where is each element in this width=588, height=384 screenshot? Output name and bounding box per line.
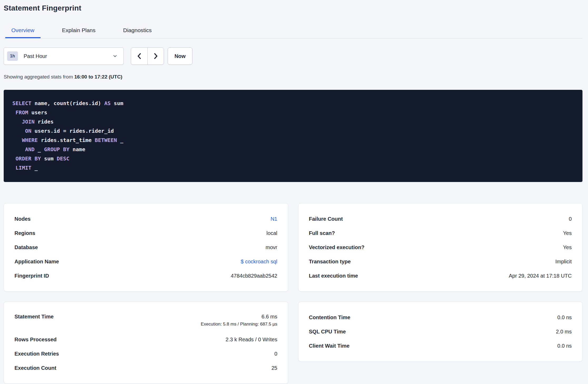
row-value-group: 6.6 ms Execution: 5.8 ms / Planning: 687… [201,314,277,327]
row-value: Yes [563,230,572,236]
tab[interactable]: Overview [5,26,41,38]
page-title: Statement Fingerprint [4,4,582,13]
card-row: Failure Count 0 [309,212,572,226]
sql-line: JOIN rides [12,117,574,126]
row-value: 0 [569,216,572,222]
card-row: Fingerprint ID 4784cb829aab2542 [14,269,277,283]
card-row: Nodes N1 [14,212,277,226]
card-row: Transaction type Implicit [309,254,572,269]
row-value: 4784cb829aab2542 [231,273,277,279]
row-label: Fingerprint ID [14,273,49,279]
card-row: SQL CPU Time 2.0 ms [309,324,572,339]
card-row: Last execution time Apr 29, 2024 at 17:1… [309,269,572,283]
row-label: Execution Retries [14,351,59,357]
time-controls: 1h Past Hour [4,47,582,65]
row-value[interactable]: $ cockroach sql [241,259,277,265]
previous-time-window-button[interactable] [131,48,147,65]
tab[interactable]: Diagnostics [117,26,158,38]
row-value: Yes [563,244,572,250]
row-label: Regions [14,230,35,236]
now-button[interactable]: Now [168,47,192,65]
tab[interactable]: Explain Plans [56,26,102,38]
row-label: SQL CPU Time [309,329,346,335]
sql-line: ON users.id = rides.rider_id [12,126,574,136]
summary-cards: Nodes N1 Regions local Database movr App… [4,203,582,384]
next-time-window-button[interactable] [147,48,164,65]
card-row: Vectorized execution? Yes [309,240,572,254]
sql-line: ORDER BY sum DESC [12,154,574,163]
card-row: Execution Count 25 [14,361,277,375]
statement-details-card: Nodes N1 Regions local Database movr App… [4,203,288,292]
row-label: Transaction type [309,259,351,265]
statement-time-card: Statement Time 6.6 ms Execution: 5.8 ms … [4,302,288,384]
card-row: Application Name $ cockroach sql [14,254,277,269]
row-value: 6.6 ms [261,314,277,320]
row-value: 2.0 ms [556,329,572,335]
row-label: Client Wait Time [309,343,350,349]
card-row: Client Wait Time 0.0 ns [309,339,572,353]
aggregated-stats-caption: Showing aggregated stats from 16:00 to 1… [4,73,582,80]
row-value: 0 [274,351,277,357]
row-subvalue: Execution: 5.8 ms / Planning: 687.5 µs [201,322,277,327]
row-value-group: 0 [274,351,277,357]
sql-line: FROM users [12,108,574,117]
row-label: Application Name [14,259,59,265]
row-value: 2.3 k Reads / 0 Writes [226,337,277,343]
card-row: Statement Time 6.6 ms Execution: 5.8 ms … [14,310,277,332]
time-range-label: Past Hour [24,53,47,59]
row-value: movr [266,244,277,250]
row-value: local [266,230,277,236]
row-value: 25 [271,365,277,371]
row-label: Full scan? [309,230,335,236]
row-label: Statement Time [14,314,54,320]
sql-line: AND _ GROUP BY name [12,145,574,154]
row-value: Implicit [555,259,572,265]
row-label: Contention Time [309,314,350,321]
sql-line: WHERE rides.start_time BETWEEN _ [12,136,574,145]
row-label: Rows Processed [14,337,57,343]
wait-time-card: Contention Time 0.0 ns SQL CPU Time 2.0 … [298,302,583,362]
sql-line: LIMIT _ [12,163,574,173]
row-value-group: 2.3 k Reads / 0 Writes [226,337,277,343]
row-label: Last execution time [309,273,358,279]
row-value: 0.0 ns [557,343,572,349]
row-label: Execution Count [14,365,56,371]
chevron-right-icon [153,53,159,60]
time-window-arrows [131,47,164,65]
chevron-left-icon [136,53,142,60]
time-range-dropdown[interactable]: 1h Past Hour [4,47,124,65]
row-label: Database [14,244,38,250]
sql-code: SELECT name, count(rides.id) AS sum FROM… [12,99,574,173]
row-label: Vectorized execution? [309,244,365,250]
tab-bar: Overview Explain Plans Diagnostics [4,26,582,38]
card-row: Regions local [14,226,277,240]
aggregated-stats-range: 16:00 to 17:22 (UTC) [74,74,122,80]
card-row: Rows Processed 2.3 k Reads / 0 Writes [14,332,277,347]
card-row: Contention Time 0.0 ns [309,310,572,324]
row-label: Failure Count [309,216,343,222]
row-value[interactable]: N1 [271,216,277,222]
card-row: Execution Retries 0 [14,347,277,361]
chevron-down-icon [112,53,118,59]
row-value: 0.0 ns [557,314,572,321]
statement-fingerprint-page: Statement Fingerprint Overview Explain P… [0,4,588,384]
row-value-group: 25 [271,365,277,371]
card-row: Full scan? Yes [309,226,572,240]
execution-attributes-card: Failure Count 0 Full scan? Yes Vectorize… [298,203,583,292]
sql-line: SELECT name, count(rides.id) AS sum [12,99,574,108]
sql-statement-box: SELECT name, count(rides.id) AS sum FROM… [4,90,582,182]
time-range-badge: 1h [7,51,18,61]
aggregated-stats-prefix: Showing aggregated stats from [4,74,74,80]
card-row: Database movr [14,240,277,254]
row-label: Nodes [14,216,31,222]
row-value: Apr 29, 2024 at 17:18 UTC [509,273,572,279]
